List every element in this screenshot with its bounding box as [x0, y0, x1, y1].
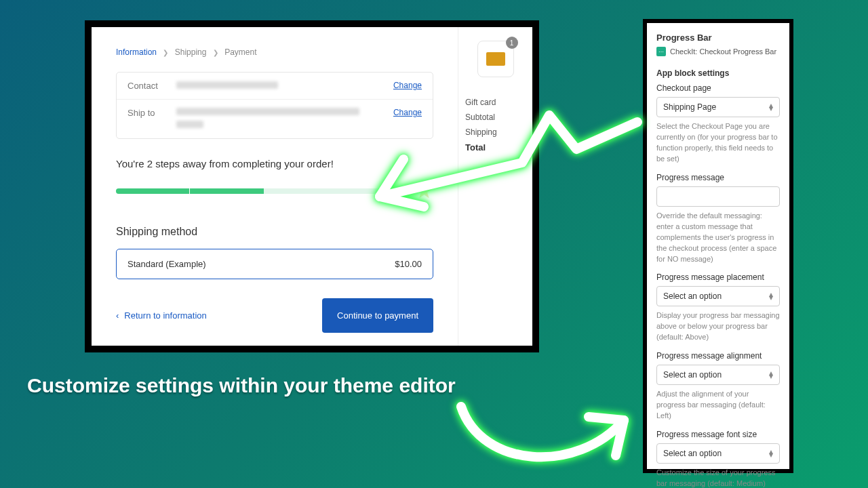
theme-editor-frame: Progress Bar ⋯ CheckIt: Checkout Progres…	[643, 19, 793, 473]
marketing-headline: Customize settings within your theme edi…	[27, 374, 456, 397]
settings-title: Progress Bar	[656, 33, 780, 43]
return-link[interactable]: ‹ Return to information	[116, 310, 207, 321]
checkout-page-select[interactable]: Shipping Page ▴▾	[656, 97, 780, 117]
progress-message-helper: Override the default messaging: enter a …	[656, 211, 780, 265]
checkout-page-helper: Select the Checkout Page you are current…	[656, 121, 780, 165]
shipto-value	[176, 108, 393, 130]
app-name: CheckIt: Checkout Progress Bar	[670, 47, 776, 56]
section-heading: App block settings	[656, 68, 780, 78]
progress-bar	[116, 188, 410, 194]
chevron-right-icon: ❯	[163, 49, 168, 56]
progress-message-input[interactable]	[656, 186, 780, 207]
chevron-right-icon: ❯	[213, 49, 218, 56]
contact-shipto-card: Contact Change Ship to Change	[116, 72, 433, 139]
placement-helper: Display your progress bar messaging abov…	[656, 310, 780, 343]
select-caret-icon: ▴▾	[769, 104, 773, 110]
contact-row: Contact Change	[117, 73, 433, 99]
breadcrumb-payment: Payment	[224, 47, 256, 57]
breadcrumb: Information ❯ Shipping ❯ Payment	[116, 47, 433, 57]
cart-item-thumbnail: 1	[477, 41, 514, 77]
fontsize-label: Progress message font size	[656, 430, 780, 439]
breadcrumb-shipping[interactable]: Shipping	[175, 47, 207, 57]
select-caret-icon: ▴▾	[769, 293, 773, 300]
star-icon: ★	[415, 179, 433, 203]
change-shipto-link[interactable]: Change	[393, 108, 422, 117]
progress-message-label: Progress message	[656, 173, 780, 182]
checkout-window: Information ❯ Shipping ❯ Payment Contact…	[92, 27, 532, 346]
shipping-option-name: Standard (Example)	[127, 259, 206, 269]
fontsize-helper: Customize the size of your progress bar …	[656, 468, 780, 488]
placement-label: Progress message placement	[656, 272, 780, 282]
alignment-value: Select an option	[663, 370, 722, 380]
contact-label: Contact	[127, 81, 176, 91]
alignment-select[interactable]: Select an option ▴▾	[656, 365, 780, 385]
settings-panel: Progress Bar ⋯ CheckIt: Checkout Progres…	[647, 23, 789, 469]
checkout-page-value: Shipping Page	[663, 102, 716, 112]
chevron-left-icon: ‹	[116, 310, 119, 321]
app-identifier: ⋯ CheckIt: Checkout Progress Bar	[656, 47, 780, 56]
checkout-screenshot-frame: Information ❯ Shipping ❯ Payment Contact…	[85, 20, 539, 352]
order-summary: 1 Gift card Subtotal Shipping Total	[458, 27, 532, 346]
change-contact-link[interactable]: Change	[393, 81, 422, 90]
shipto-row: Ship to Change	[117, 99, 433, 138]
app-icon: ⋯	[656, 47, 666, 56]
giftcard-line: Gift card	[465, 98, 526, 107]
shipping-method-heading: Shipping method	[116, 226, 433, 238]
select-caret-icon: ▴▾	[769, 371, 773, 378]
progress-message-text: You're 2 steps away from completing your…	[116, 158, 433, 169]
total-line: Total	[465, 142, 526, 152]
return-link-label: Return to information	[124, 310, 206, 321]
cart-quantity-badge: 1	[506, 37, 518, 49]
arrow-bottom	[441, 380, 658, 481]
breadcrumb-information[interactable]: Information	[116, 47, 157, 57]
fontsize-value: Select an option	[663, 449, 722, 458]
placement-select[interactable]: Select an option ▴▾	[656, 286, 780, 306]
alignment-label: Progress message alignment	[656, 351, 780, 361]
checkout-page-label: Checkout page	[656, 83, 780, 93]
fontsize-select[interactable]: Select an option ▴▾	[656, 443, 780, 464]
shipping-option-price: $10.00	[395, 259, 422, 269]
shipping-line: Shipping	[465, 127, 526, 137]
product-image-placeholder	[486, 52, 505, 66]
shipto-label: Ship to	[127, 108, 176, 118]
alignment-helper: Adjust the alignment of your progress ba…	[656, 389, 780, 422]
select-caret-icon: ▴▾	[769, 450, 773, 457]
subtotal-line: Subtotal	[465, 113, 526, 122]
progress-bar-container: ★	[116, 179, 433, 203]
contact-value	[176, 81, 393, 91]
placement-value: Select an option	[663, 291, 722, 301]
continue-button[interactable]: Continue to payment	[322, 298, 433, 333]
shipping-option[interactable]: Standard (Example) $10.00	[116, 249, 433, 279]
